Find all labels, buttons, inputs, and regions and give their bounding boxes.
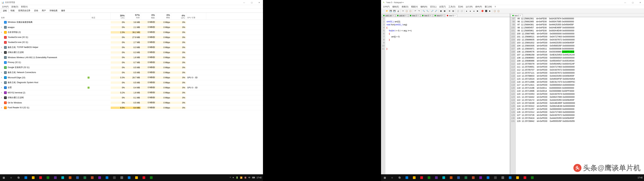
close-button[interactable]: ✕ xyxy=(256,0,263,5)
expand-icon[interactable]: > xyxy=(1,87,3,88)
file-tab[interactable]: usb.txt✕ xyxy=(396,14,408,17)
tray-action-icon[interactable]: ✈ xyxy=(232,176,234,179)
toolbar-button[interactable]: 👁 xyxy=(448,10,451,13)
table-row[interactable]: >▪服务主机: Network Connections0%0.5 MB0 MB/… xyxy=(0,70,263,75)
titlebar[interactable]: ✎ *new 5 - Notepad++ — ▢ ✕ xyxy=(381,0,644,5)
taskbar-app[interactable] xyxy=(528,174,536,181)
taskbar-app[interactable] xyxy=(455,174,462,181)
tray-keyboard-icon[interactable]: ⌨ xyxy=(252,176,255,179)
code-area[interactable]: 95 12.25681561 id=0xFE00 0x0A307874 0x00… xyxy=(516,17,644,177)
task-view-icon[interactable]: ⧉ xyxy=(15,174,22,181)
minimize-button[interactable]: — xyxy=(621,0,629,5)
col-gpu-engine[interactable]: GPU 引擎 xyxy=(187,16,205,19)
file-tab[interactable]: new 2✕ xyxy=(408,14,420,17)
table-row[interactable]: >▪设置0%0.4 MB0 MB/秒0 Mbps0%GPU 0 - 3D xyxy=(0,85,263,90)
taskbar-app[interactable] xyxy=(88,174,96,181)
expand-icon[interactable]: > xyxy=(1,76,3,78)
close-tab-icon[interactable]: ✕ xyxy=(520,15,521,16)
tray-battery-icon[interactable]: 🔋 xyxy=(236,176,238,179)
taskbar-app[interactable] xyxy=(118,174,126,181)
code-editor[interactable]: 1234567891011 uint32_t arr[2]; void fun(… xyxy=(381,17,510,177)
tray-chevron-icon[interactable]: ^ xyxy=(230,176,231,179)
menu-item[interactable]: 搜索(S) xyxy=(400,5,410,8)
table-row[interactable]: >▪控制台窗口主进程0%0.1 MB0 MB/秒0 Mbps0% xyxy=(0,95,263,100)
table-row[interactable]: >▪任务管理器 (2)2.3%38.2 MB0 MB/秒0 Mbps0% xyxy=(0,30,263,35)
taskbar-app[interactable] xyxy=(448,174,455,181)
toolbar-button[interactable]: 📋 xyxy=(409,10,412,13)
menu-item[interactable]: 查看(V) xyxy=(20,5,29,8)
expand-icon[interactable]: > xyxy=(1,82,3,84)
toolbar-button[interactable]: ● xyxy=(465,10,468,13)
table-row[interactable]: ▪YoudaoOcr.exe (32 位)0%27.9 MB0 MB/秒0 Mb… xyxy=(0,35,263,40)
toolbar-button[interactable]: ↶ xyxy=(414,10,417,13)
file-tab[interactable]: new 5✕ xyxy=(445,14,457,17)
tab-进程[interactable]: 进程 xyxy=(1,9,9,13)
taskbar-app[interactable] xyxy=(514,174,521,181)
taskbar-app[interactable] xyxy=(44,174,52,181)
close-tab-icon[interactable]: ✕ xyxy=(454,15,456,16)
menu-item[interactable]: 窗口(W) xyxy=(483,5,493,8)
taskbar-app[interactable] xyxy=(433,174,440,181)
tray-ime-icon[interactable]: 中 xyxy=(248,176,250,179)
maximize-button[interactable]: ▢ xyxy=(629,0,636,5)
taskbar-app[interactable] xyxy=(470,174,477,181)
table-row[interactable]: >▪服务主机: Diagnostic System Host0%0.5 MB0 … xyxy=(0,80,263,85)
tab-性能[interactable]: 性能 xyxy=(9,8,16,13)
taskbar[interactable]: ⊞ ○ ⧉ 17:42 xyxy=(381,174,644,181)
menubar[interactable]: 文件(F)选项(O)查看(V) xyxy=(0,5,263,9)
taskbar-app[interactable] xyxy=(425,174,433,181)
toolbar-button[interactable]: ▶ xyxy=(476,10,479,13)
col-disk[interactable]: 磁盘 xyxy=(151,16,155,19)
tray-clock[interactable]: 17:42 xyxy=(638,176,643,179)
taskbar-app[interactable] xyxy=(140,174,148,181)
toolbar-button[interactable]: ● xyxy=(468,10,472,13)
toolbar-button[interactable]: 📂 xyxy=(386,10,389,13)
toolbar-button[interactable]: ⬛ xyxy=(484,10,488,13)
close-tab-icon[interactable]: ✕ xyxy=(430,15,431,16)
toolbar-button[interactable]: ⬜ xyxy=(460,10,464,13)
file-tab[interactable]: usb1.txt✕ xyxy=(382,14,395,17)
expand-icon[interactable]: > xyxy=(1,52,3,53)
table-row[interactable]: >▪控制台窗口主进程0%0.3 MB0 MB/秒0 Mbps0% xyxy=(0,50,263,55)
maximize-button[interactable]: ▢ xyxy=(248,0,256,5)
toolbar-button[interactable]: ▶ xyxy=(488,10,492,13)
tray-clock[interactable]: 17:42 xyxy=(256,176,262,179)
taskbar-app[interactable] xyxy=(52,174,59,181)
file-tab[interactable]: new 1✕ xyxy=(511,14,523,17)
tab-服务[interactable]: 服务 xyxy=(59,8,67,13)
menubar[interactable]: 文件(F)编辑(E)搜索(S)视图(V)编码(N)语言(L)设置(T)工具(O)… xyxy=(381,5,644,9)
table-row[interactable]: >▪MSYS2 terminal (2)0.2%1.8 MB0 MB/秒0 Mb… xyxy=(0,90,263,95)
table-row[interactable]: ▪Privoxy (32 位)0%0.7 MB0 MB/秒0 Mbps0% xyxy=(0,60,263,65)
expand-icon[interactable]: > xyxy=(1,72,3,74)
col-network[interactable]: 网络 xyxy=(166,16,170,19)
taskbar-app[interactable] xyxy=(66,174,74,181)
tab-详细信息[interactable]: 详细信息 xyxy=(48,8,59,13)
menu-item[interactable]: 工具(O) xyxy=(447,5,457,8)
expand-icon[interactable]: > xyxy=(1,97,3,98)
toolbar-button[interactable]: ⬜ xyxy=(456,10,460,13)
tab-应用历史记录[interactable]: 应用历史记录 xyxy=(16,8,32,13)
toolbar-button[interactable]: 📄 xyxy=(382,10,385,13)
taskbar-app[interactable] xyxy=(126,174,133,181)
close-tab-icon[interactable]: ✕ xyxy=(392,15,394,16)
col-cpu[interactable]: CPU xyxy=(121,17,124,19)
taskbar-app[interactable] xyxy=(462,174,470,181)
menu-item[interactable]: 文件(F) xyxy=(382,5,391,8)
toolbar-button[interactable]: 🖨 xyxy=(396,10,400,13)
code-area[interactable]: uint32_t arr[2]; void fun(uint32_t arg) … xyxy=(386,17,510,177)
tab-strip[interactable]: 进程性能应用历史记录启动用户详细信息服务 xyxy=(0,9,263,13)
file-tab-strip[interactable]: new 1✕ xyxy=(510,14,644,17)
file-tab[interactable]: new 3✕ xyxy=(420,14,432,17)
toolbar-button[interactable]: ● xyxy=(472,10,476,13)
toolbar-button[interactable]: 🔴 xyxy=(481,10,484,13)
menu-item[interactable]: 选项(O) xyxy=(10,5,20,8)
close-tab-icon[interactable]: ✕ xyxy=(418,15,419,16)
taskbar-app[interactable] xyxy=(37,174,44,181)
taskbar-app[interactable] xyxy=(410,174,418,181)
taskbar-app[interactable] xyxy=(440,174,448,181)
toolbar-button[interactable]: 🔍 xyxy=(422,10,426,13)
toolbar-button[interactable]: ↷ xyxy=(417,10,420,13)
toolbar-button[interactable]: ▦ xyxy=(443,10,446,13)
cortana-icon[interactable]: ○ xyxy=(8,174,15,181)
taskbar-app[interactable] xyxy=(133,174,140,181)
